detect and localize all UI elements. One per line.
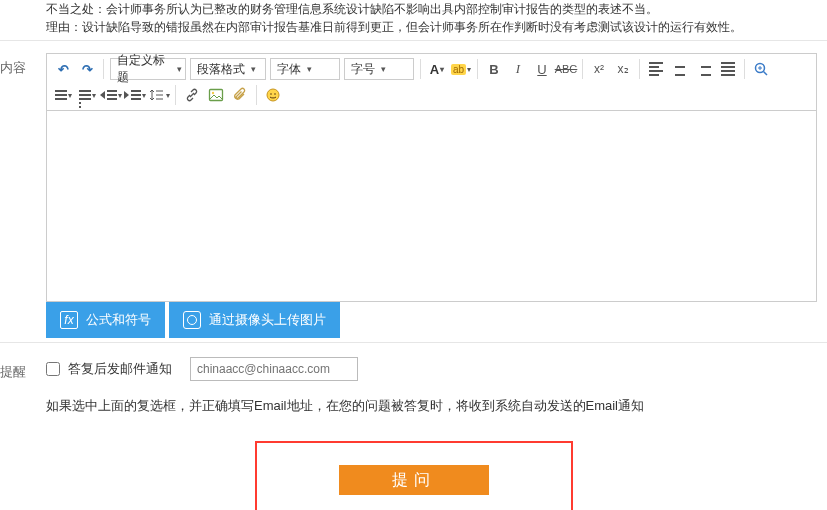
svg-point-9: [267, 89, 279, 101]
context-text: 不当之处：会计师事务所认为已整改的财务管理信息系统设计缺陷不影响出具内部控制审计…: [0, 0, 827, 40]
strikethrough-button[interactable]: ABC: [555, 58, 577, 80]
font-size-select[interactable]: 字号▾: [344, 58, 414, 80]
unordered-list-button[interactable]: ▾: [76, 84, 98, 106]
highlight-button[interactable]: ab▾: [450, 58, 472, 80]
subscript-button[interactable]: x₂: [612, 58, 634, 80]
undo-button[interactable]: ↶: [52, 58, 74, 80]
bold-button[interactable]: B: [483, 58, 505, 80]
remind-row: 提醒 答复后发邮件通知: [0, 342, 827, 387]
svg-line-1: [764, 72, 768, 76]
context-line-2: 理由：设计缺陷导致的错报虽然在内部审计报告基准日前得到更正，但会计师事务所在作判…: [46, 18, 817, 36]
submit-button[interactable]: 提问: [339, 465, 489, 495]
editor-textarea[interactable]: [47, 111, 816, 301]
align-justify-button[interactable]: [717, 58, 739, 80]
ordered-list-button[interactable]: ▾: [52, 84, 74, 106]
reply-notify-checkbox[interactable]: [46, 362, 60, 376]
redo-button[interactable]: ↷: [76, 58, 98, 80]
rich-text-editor: ↶ ↷ 自定义标题▾ 段落格式▾ 字体▾ 字号▾ A▾ ab▾ B I U AB…: [46, 53, 817, 302]
align-right-button[interactable]: [693, 58, 715, 80]
editor-toolbar: ↶ ↷ 自定义标题▾ 段落格式▾ 字体▾ 字号▾ A▾ ab▾ B I U AB…: [47, 54, 816, 111]
camera-icon: [183, 311, 201, 329]
svg-point-11: [274, 93, 276, 95]
image-button[interactable]: [205, 84, 227, 106]
formula-button[interactable]: fx 公式和符号: [46, 302, 165, 338]
font-family-select[interactable]: 字体▾: [270, 58, 340, 80]
italic-button[interactable]: I: [507, 58, 529, 80]
zoom-button[interactable]: [750, 58, 772, 80]
emoji-button[interactable]: [262, 84, 284, 106]
formula-icon: fx: [60, 311, 78, 329]
align-center-button[interactable]: [669, 58, 691, 80]
submit-highlight-box: 提问: [255, 441, 573, 510]
indent-button[interactable]: ▾: [124, 84, 146, 106]
superscript-button[interactable]: x²: [588, 58, 610, 80]
context-line-1: 不当之处：会计师事务所认为已整改的财务管理信息系统设计缺陷不影响出具内部控制审计…: [46, 0, 817, 18]
remind-label: 提醒: [0, 357, 46, 381]
svg-rect-7: [210, 90, 223, 101]
svg-point-8: [212, 92, 214, 94]
attachment-button[interactable]: [229, 84, 251, 106]
email-input[interactable]: [190, 357, 358, 381]
camera-upload-button[interactable]: 通过摄像头上传图片: [169, 302, 340, 338]
align-left-button[interactable]: [645, 58, 667, 80]
email-hint: 如果选中上面的复选框，并正确填写Email地址，在您的问题被答复时，将收到系统自…: [0, 387, 827, 435]
svg-point-10: [270, 93, 272, 95]
link-button[interactable]: [181, 84, 203, 106]
custom-title-select[interactable]: 自定义标题▾: [110, 58, 186, 80]
content-label: 内容: [0, 53, 46, 77]
line-height-button[interactable]: ▾: [148, 84, 170, 106]
font-color-button[interactable]: A▾: [426, 58, 448, 80]
paragraph-format-select[interactable]: 段落格式▾: [190, 58, 266, 80]
reply-notify-label: 答复后发邮件通知: [68, 360, 172, 378]
content-row: 内容 ↶ ↷ 自定义标题▾ 段落格式▾ 字体▾ 字号▾ A▾ ab▾ B: [0, 40, 827, 342]
underline-button[interactable]: U: [531, 58, 553, 80]
outdent-button[interactable]: ▾: [100, 84, 122, 106]
